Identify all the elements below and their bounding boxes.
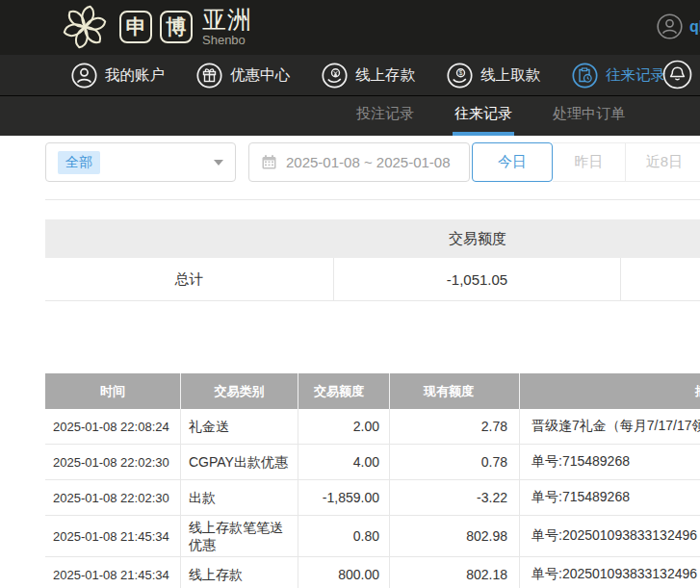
cell-amount: 4.00 [298, 445, 390, 479]
records-icon [572, 63, 598, 89]
nav-label: 优惠中心 [230, 65, 290, 86]
logo-char-box: 申 [119, 11, 152, 43]
yesterday-button[interactable]: 昨日 [553, 143, 626, 181]
quick-range-buttons: 昨日 近8日 [553, 142, 700, 182]
svg-text:$: $ [459, 69, 463, 76]
username[interactable]: qh [689, 18, 700, 36]
nav-item-online-deposit[interactable]: 线上存款 [322, 63, 415, 89]
cell-amount: 0.80 [298, 516, 390, 556]
nav-label: 线上存款 [355, 65, 415, 86]
calendar-icon [261, 154, 277, 170]
record-tabs: 投注记录 往来记录 处理中订单 [354, 96, 627, 136]
table-row: 2025-01-08 21:45:34 线上存款笔笔送优惠 0.80 802.9… [45, 516, 700, 557]
type-filter-dropdown[interactable]: 全部 [45, 142, 236, 182]
filter-bar: 全部 2025-01-08 ~ 2025-01-08 今日 昨日 近8日 [0, 142, 700, 182]
brand-logo[interactable]: 申 博 亚洲 Shenbo [60, 2, 252, 52]
cell-amount: 800.00 [298, 557, 390, 588]
summary-table: 交易额度 总计 -1,051.05 [45, 219, 700, 301]
col-header-balance: 现有额度 [390, 373, 520, 409]
cell-amount: -1,859.00 [298, 480, 390, 515]
deposit-icon [322, 63, 348, 89]
nav-item-online-withdrawal[interactable]: $ 线上取款 [447, 63, 540, 89]
gift-icon [196, 63, 222, 89]
nav-label: 我的账户 [105, 65, 165, 86]
logo-char-1: 申 [126, 13, 146, 40]
cell-time: 2025-01-08 21:45:34 [45, 557, 181, 588]
nav-item-promotions[interactable]: 优惠中心 [196, 63, 290, 89]
flower-logo-icon [60, 2, 110, 52]
logo-char-box: 博 [160, 11, 193, 43]
cell-summary: 晋级逢7礼金（每月7/17/17领 [520, 409, 700, 444]
nav-item-my-account[interactable]: 我的账户 [71, 63, 165, 89]
summary-total-row: 总计 -1,051.05 [45, 258, 700, 301]
cell-type: 线上存款笔笔送优惠 [181, 516, 298, 556]
summary-total-value: -1,051.05 [334, 258, 621, 300]
tab-transaction-records[interactable]: 往来记录 [453, 96, 514, 136]
cell-time: 2025-01-08 21:45:34 [45, 516, 181, 556]
cell-summary: 单号:715489268 [520, 445, 700, 479]
date-range-value: 2025-01-08 ~ 2025-01-08 [286, 154, 451, 170]
tab-processing-orders[interactable]: 处理中订单 [551, 96, 627, 136]
table-row: 2025-01-08 22:02:30 出款 -1,859.00 -3.22 单… [45, 480, 700, 516]
account-icon [71, 63, 97, 89]
col-header-amount: 交易额度 [298, 373, 390, 409]
cell-summary: 单号:202501093833132496 [520, 557, 700, 588]
col-header-summary: 摘要 [520, 373, 700, 409]
cell-time: 2025-01-08 22:02:30 [45, 480, 181, 515]
col-header-time: 时间 [45, 373, 181, 409]
cell-type: 出款 [181, 480, 298, 515]
records-header-row: 时间 交易类别 交易额度 现有额度 摘要 [45, 373, 700, 409]
top-header: 申 博 亚洲 Shenbo qh [0, 0, 700, 55]
col-header-type: 交易类别 [181, 373, 298, 409]
type-filter-value: 全部 [58, 151, 100, 174]
chevron-down-icon [214, 160, 223, 166]
tab-betting-records[interactable]: 投注记录 [354, 96, 416, 136]
today-button[interactable]: 今日 [472, 142, 553, 182]
cell-type: CGPAY出款优惠 [181, 445, 298, 479]
nav-label: 线上取款 [480, 65, 540, 86]
nav-label: 往来记录 [606, 65, 665, 86]
logo-text: 亚洲 Shenbo [202, 8, 252, 46]
notifications-bell-icon[interactable] [662, 60, 692, 89]
cell-summary: 单号:202501093833132496 [520, 516, 700, 556]
table-row: 2025-01-08 21:45:34 线上存款 800.00 802.18 单… [45, 557, 700, 588]
withdraw-icon: $ [447, 63, 473, 89]
cell-balance: 2.78 [390, 409, 520, 444]
cell-time: 2025-01-08 22:02:30 [45, 445, 181, 479]
user-area[interactable]: qh [657, 13, 700, 39]
records-table: 时间 交易类别 交易额度 现有额度 摘要 2025-01-08 22:08:24… [45, 373, 700, 588]
cell-time: 2025-01-08 22:08:24 [45, 409, 181, 444]
summary-total-label: 总计 [45, 258, 334, 300]
cell-balance: 802.98 [390, 516, 520, 556]
summary-empty-cell [621, 258, 700, 300]
logo-subtitle: Shenbo [202, 34, 252, 46]
cell-type: 线上存款 [181, 557, 298, 588]
sub-nav: 投注记录 往来记录 处理中订单 [0, 96, 700, 136]
summary-header-amount: 交易额度 [334, 230, 621, 248]
cell-balance: -3.22 [390, 480, 520, 515]
logo-char-2: 博 [167, 13, 187, 40]
date-range-input[interactable]: 2025-01-08 ~ 2025-01-08 [248, 142, 470, 182]
cell-balance: 802.18 [390, 557, 520, 588]
logo-region: 亚洲 [202, 8, 252, 32]
cell-amount: 2.00 [298, 409, 390, 444]
cell-summary: 单号:715489268 [520, 480, 700, 515]
nav-item-transaction-records[interactable]: 往来记录 [572, 63, 665, 89]
table-row: 2025-01-08 22:02:30 CGPAY出款优惠 4.00 0.78 … [45, 445, 700, 480]
last-8-days-button[interactable]: 近8日 [626, 143, 700, 181]
section-divider [45, 199, 700, 200]
summary-header-row: 交易额度 [45, 219, 700, 258]
user-avatar-icon [657, 13, 683, 39]
page: 申 博 亚洲 Shenbo qh 我的账户 [0, 0, 700, 588]
table-row: 2025-01-08 22:08:24 礼金送 2.00 2.78 晋级逢7礼金… [45, 409, 700, 445]
cell-balance: 0.78 [390, 445, 520, 479]
main-nav: 我的账户 优惠中心 线上存款 $ [0, 55, 700, 96]
cell-type: 礼金送 [181, 409, 298, 444]
